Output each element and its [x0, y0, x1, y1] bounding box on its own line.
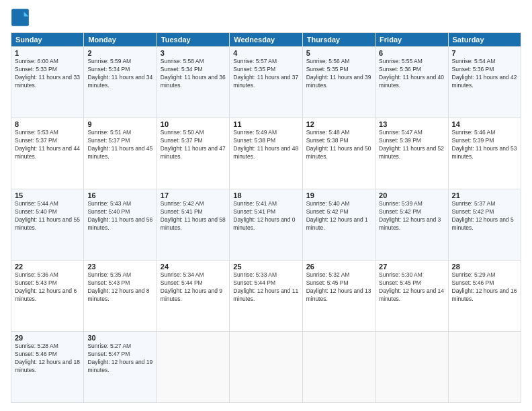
sunrise-label: Sunrise: 5:39 AM [379, 200, 423, 207]
day-info: Sunrise: 5:30 AM Sunset: 5:45 PM Dayligh… [379, 271, 444, 304]
daylight-label: Daylight: 11 hours and 33 minutes. [15, 74, 80, 89]
sunrise-label: Sunrise: 5:40 AM [306, 200, 350, 207]
day-info: Sunrise: 5:56 AM Sunset: 5:35 PM Dayligh… [306, 58, 371, 90]
day-number: 26 [306, 263, 371, 271]
daylight-label: Daylight: 11 hours and 48 minutes. [233, 145, 298, 160]
daylight-label: Daylight: 12 hours and 19 minutes. [87, 359, 152, 373]
day-number: 10 [161, 120, 226, 128]
calendar-week-row: 29 Sunrise: 5:28 AM Sunset: 5:46 PM Dayl… [11, 332, 521, 403]
weekday-header: Tuesday [157, 33, 229, 47]
header [11, 8, 521, 27]
day-number: 18 [233, 191, 298, 199]
sunset-label: Sunset: 5:45 PM [306, 279, 349, 286]
calendar-week-row: 1 Sunrise: 6:00 AM Sunset: 5:33 PM Dayli… [11, 47, 521, 118]
sunset-label: Sunset: 5:40 PM [15, 208, 57, 215]
sunset-label: Sunset: 5:36 PM [452, 66, 494, 73]
sunrise-label: Sunrise: 5:29 AM [452, 271, 496, 278]
day-info: Sunrise: 5:53 AM Sunset: 5:37 PM Dayligh… [15, 129, 80, 161]
day-number: 1 [15, 49, 80, 57]
page: SundayMondayTuesdayWednesdayThursdayFrid… [0, 0, 532, 411]
daylight-label: Daylight: 11 hours and 44 minutes. [15, 145, 80, 160]
sunset-label: Sunset: 5:41 PM [233, 208, 275, 215]
sunset-label: Sunset: 5:37 PM [161, 137, 203, 144]
sunset-label: Sunset: 5:40 PM [87, 208, 130, 215]
day-number: 25 [233, 263, 298, 271]
sunrise-label: Sunrise: 5:28 AM [15, 342, 58, 349]
sunset-label: Sunset: 5:45 PM [379, 279, 421, 286]
calendar-cell: 12 Sunrise: 5:48 AM Sunset: 5:38 PM Dayl… [302, 118, 375, 189]
daylight-label: Daylight: 12 hours and 9 minutes. [161, 287, 222, 302]
day-info: Sunrise: 5:51 AM Sunset: 5:37 PM Dayligh… [87, 129, 152, 161]
svg-rect-0 [11, 9, 28, 26]
sunset-label: Sunset: 5:42 PM [306, 208, 349, 215]
sunrise-label: Sunrise: 5:57 AM [233, 58, 277, 64]
day-info: Sunrise: 5:43 AM Sunset: 5:40 PM Dayligh… [87, 200, 152, 232]
day-info: Sunrise: 5:46 AM Sunset: 5:39 PM Dayligh… [452, 129, 517, 161]
calendar-body: 1 Sunrise: 6:00 AM Sunset: 5:33 PM Dayli… [11, 47, 521, 403]
calendar-header: SundayMondayTuesdayWednesdayThursdayFrid… [11, 33, 521, 47]
daylight-label: Daylight: 12 hours and 11 minutes. [233, 287, 298, 302]
sunrise-label: Sunrise: 5:47 AM [379, 129, 423, 136]
day-number: 5 [306, 49, 371, 57]
sunset-label: Sunset: 5:34 PM [87, 66, 130, 73]
calendar-cell: 19 Sunrise: 5:40 AM Sunset: 5:42 PM Dayl… [302, 189, 375, 261]
calendar-cell: 17 Sunrise: 5:42 AM Sunset: 5:41 PM Dayl… [157, 189, 229, 261]
sunrise-label: Sunrise: 5:44 AM [15, 200, 58, 207]
sunrise-label: Sunrise: 5:33 AM [233, 271, 277, 278]
day-info: Sunrise: 5:40 AM Sunset: 5:42 PM Dayligh… [306, 200, 371, 232]
day-info: Sunrise: 5:48 AM Sunset: 5:38 PM Dayligh… [306, 129, 371, 161]
calendar-cell [375, 332, 448, 403]
daylight-label: Daylight: 11 hours and 34 minutes. [87, 74, 152, 89]
sunset-label: Sunset: 5:46 PM [15, 351, 57, 357]
day-info: Sunrise: 5:27 AM Sunset: 5:47 PM Dayligh… [87, 342, 152, 375]
day-info: Sunrise: 5:35 AM Sunset: 5:43 PM Dayligh… [87, 271, 152, 304]
sunrise-label: Sunrise: 6:00 AM [15, 58, 58, 64]
daylight-label: Daylight: 11 hours and 40 minutes. [379, 74, 444, 89]
sunrise-label: Sunrise: 5:55 AM [379, 58, 423, 64]
sunset-label: Sunset: 5:37 PM [15, 137, 57, 144]
day-info: Sunrise: 5:42 AM Sunset: 5:41 PM Dayligh… [161, 200, 226, 232]
day-number: 7 [452, 49, 517, 57]
day-info: Sunrise: 5:39 AM Sunset: 5:42 PM Dayligh… [379, 200, 444, 232]
daylight-label: Daylight: 12 hours and 3 minutes. [379, 216, 441, 231]
day-info: Sunrise: 5:57 AM Sunset: 5:35 PM Dayligh… [233, 58, 298, 90]
daylight-label: Daylight: 11 hours and 52 minutes. [379, 145, 444, 160]
calendar-cell [302, 332, 375, 403]
sunrise-label: Sunrise: 5:37 AM [452, 200, 496, 207]
sunrise-label: Sunrise: 5:42 AM [161, 200, 204, 207]
calendar-cell: 24 Sunrise: 5:34 AM Sunset: 5:44 PM Dayl… [157, 261, 229, 332]
day-info: Sunrise: 5:37 AM Sunset: 5:42 PM Dayligh… [452, 200, 517, 232]
sunset-label: Sunset: 5:42 PM [452, 208, 494, 215]
daylight-label: Daylight: 11 hours and 47 minutes. [161, 145, 226, 160]
sunset-label: Sunset: 5:43 PM [15, 279, 57, 286]
calendar-cell: 22 Sunrise: 5:36 AM Sunset: 5:43 PM Dayl… [11, 261, 84, 332]
calendar-cell: 14 Sunrise: 5:46 AM Sunset: 5:39 PM Dayl… [448, 118, 521, 189]
day-info: Sunrise: 6:00 AM Sunset: 5:33 PM Dayligh… [15, 58, 80, 90]
calendar-cell: 9 Sunrise: 5:51 AM Sunset: 5:37 PM Dayli… [84, 118, 157, 189]
sunset-label: Sunset: 5:44 PM [161, 279, 203, 286]
daylight-label: Daylight: 12 hours and 5 minutes. [452, 216, 514, 231]
calendar-cell: 10 Sunrise: 5:50 AM Sunset: 5:37 PM Dayl… [157, 118, 229, 189]
day-number: 8 [15, 120, 80, 128]
sunset-label: Sunset: 5:41 PM [161, 208, 203, 215]
day-info: Sunrise: 5:41 AM Sunset: 5:41 PM Dayligh… [233, 200, 298, 232]
calendar-cell: 2 Sunrise: 5:59 AM Sunset: 5:34 PM Dayli… [84, 47, 157, 118]
day-number: 30 [87, 334, 152, 342]
sunrise-label: Sunrise: 5:35 AM [87, 271, 131, 278]
calendar-cell: 6 Sunrise: 5:55 AM Sunset: 5:36 PM Dayli… [375, 47, 448, 118]
sunset-label: Sunset: 5:38 PM [233, 137, 275, 144]
day-number: 23 [87, 263, 152, 271]
sunrise-label: Sunrise: 5:54 AM [452, 58, 496, 64]
daylight-label: Daylight: 12 hours and 0 minutes. [233, 216, 295, 231]
daylight-label: Daylight: 11 hours and 53 minutes. [452, 145, 517, 160]
calendar-cell: 16 Sunrise: 5:43 AM Sunset: 5:40 PM Dayl… [84, 189, 157, 261]
sunrise-label: Sunrise: 5:48 AM [306, 129, 350, 136]
sunset-label: Sunset: 5:43 PM [87, 279, 130, 286]
day-number: 19 [306, 191, 371, 199]
day-number: 27 [379, 263, 444, 271]
calendar-cell: 20 Sunrise: 5:39 AM Sunset: 5:42 PM Dayl… [375, 189, 448, 261]
calendar-cell [448, 332, 521, 403]
daylight-label: Daylight: 11 hours and 39 minutes. [306, 74, 371, 89]
calendar-week-row: 8 Sunrise: 5:53 AM Sunset: 5:37 PM Dayli… [11, 118, 521, 189]
sunrise-label: Sunrise: 5:46 AM [452, 129, 496, 136]
